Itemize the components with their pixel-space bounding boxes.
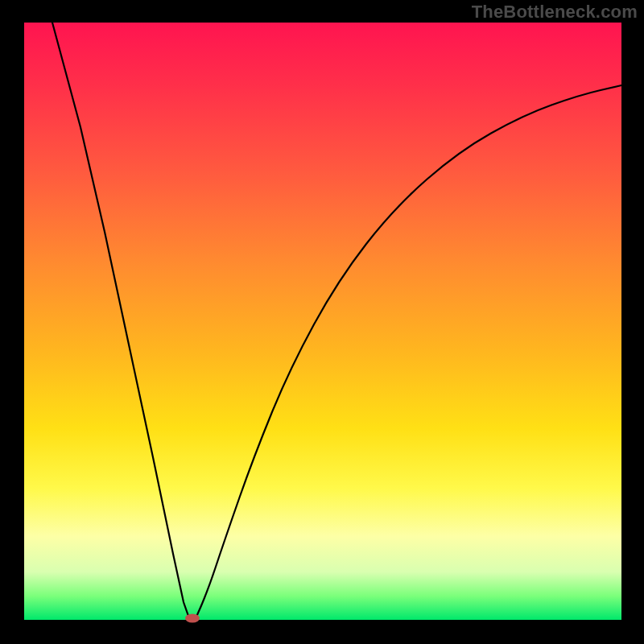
- plot-area: [24, 23, 621, 620]
- chart-frame: TheBottleneck.com: [0, 0, 644, 644]
- min-marker: [185, 614, 200, 623]
- watermark-text: TheBottleneck.com: [472, 2, 638, 23]
- curve-path: [52, 23, 621, 618]
- bottleneck-curve: [24, 23, 621, 620]
